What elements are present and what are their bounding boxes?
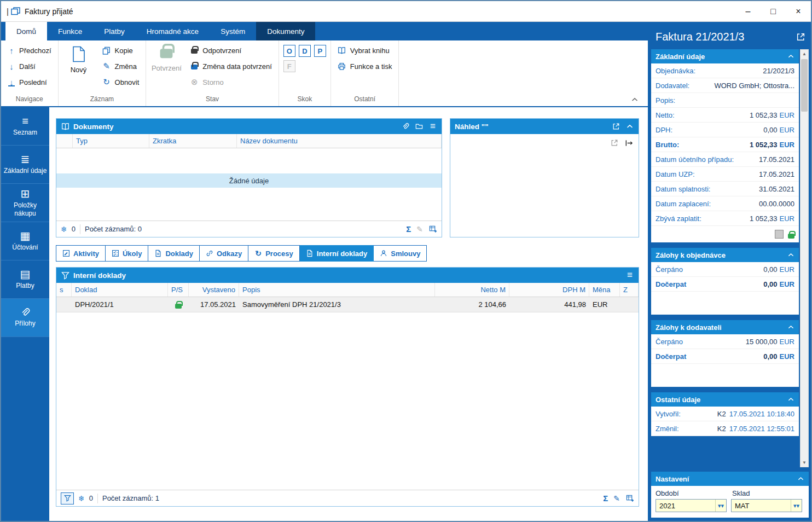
section-other-header[interactable]: Ostatní údaje <box>651 392 799 407</box>
field-datum-uzp[interactable]: Datum UZP: 17.05.2021 <box>651 167 799 182</box>
column-dph[interactable]: DPH M <box>509 283 589 297</box>
last-button[interactable]: ↓ Poslední <box>5 76 54 89</box>
ribbon-tab-funkce[interactable]: Funkce <box>47 22 93 40</box>
maximize-icon[interactable]: □ <box>761 1 786 21</box>
section-advances-order-header[interactable]: Zálohy k objednávce <box>651 248 799 262</box>
sum-icon[interactable]: Σ <box>406 224 411 234</box>
field-zbyva-zaplatit[interactable]: Zbývá zaplatit: 1 052,33EUR <box>651 211 799 226</box>
minimize-icon[interactable]: – <box>735 1 761 21</box>
ribbon-tab-platby[interactable]: Platby <box>93 22 136 40</box>
collapse-icon[interactable] <box>625 122 634 131</box>
close-icon[interactable]: × <box>786 1 811 21</box>
column-typ[interactable]: Typ <box>73 134 149 148</box>
section-basic-header[interactable]: Základní údaje <box>651 49 799 63</box>
edit-icon[interactable]: ✎ <box>613 494 620 503</box>
tab-odkazy[interactable]: Odkazy <box>200 245 248 262</box>
folder-icon[interactable] <box>415 122 424 131</box>
jump-o-button[interactable]: O <box>283 45 295 57</box>
select-book-button[interactable]: Vybrat knihu <box>335 44 395 57</box>
field-cerpano-supplier[interactable]: Čerpáno 15 000,00EUR <box>651 334 799 349</box>
previous-button[interactable]: ↑ Předchozí <box>5 44 54 57</box>
paperclip-icon[interactable] <box>401 122 410 131</box>
menu-icon[interactable]: ≡ <box>428 122 437 131</box>
field-docerpat-order[interactable]: Dočerpat 0,00EUR <box>651 277 799 292</box>
documents-table-body[interactable]: Žádné údaje <box>56 148 442 221</box>
tab-procesy[interactable]: ↻ Procesy <box>248 245 300 262</box>
column-z[interactable]: Z <box>620 283 639 297</box>
field-popis[interactable]: Popis: <box>651 93 799 108</box>
field-datum-ucetniho-pripadu[interactable]: Datum účetního případu: 17.05.2021 <box>651 152 799 167</box>
column-vystaveno[interactable]: Vystaveno <box>189 283 239 297</box>
edit-icon[interactable]: ✎ <box>416 225 423 234</box>
column-popis[interactable]: Popis <box>239 283 435 297</box>
filter-toggle-button[interactable] <box>61 492 74 504</box>
field-datum-splatnosti[interactable]: Datum splatnosti: 31.05.2021 <box>651 182 799 196</box>
column-nazev[interactable]: Název dokumentu <box>237 134 442 148</box>
column-ps[interactable]: P/S <box>168 283 189 297</box>
asterisk-icon[interactable]: ❄ <box>61 225 67 234</box>
table-add-icon[interactable] <box>428 225 437 234</box>
column-s[interactable]: s <box>56 283 72 297</box>
preview-body[interactable] <box>450 134 639 237</box>
refresh-button[interactable]: ↻ Obnovit <box>100 76 142 89</box>
external-link-icon[interactable] <box>612 122 620 131</box>
asterisk-icon[interactable]: ❄ <box>78 494 85 503</box>
sidebar-item-zakladni-udaje[interactable]: ≣ Základní údaje <box>1 146 49 184</box>
external-link-icon[interactable] <box>796 32 805 42</box>
ribbon-collapse-icon[interactable] <box>631 97 638 102</box>
fit-width-icon[interactable] <box>624 138 633 147</box>
jump-p-button[interactable]: P <box>314 45 326 57</box>
new-button[interactable]: Nový <box>63 44 95 94</box>
field-cerpano-order[interactable]: Čerpáno 0,00EUR <box>651 262 799 277</box>
sidebar-item-platby[interactable]: ▤ Platby <box>1 260 49 299</box>
field-docerpat-supplier[interactable]: Dočerpat 0,00EUR <box>651 349 799 364</box>
sidebar-item-seznam[interactable]: ≡ Seznam <box>1 107 49 146</box>
period-select[interactable]: 2021 ▾▾ <box>656 499 727 512</box>
column-netto[interactable]: Netto M <box>435 283 509 297</box>
open-external-icon[interactable] <box>610 138 619 147</box>
column-doklad[interactable]: Doklad <box>72 283 168 297</box>
field-datum-zaplaceni[interactable]: Datum zaplacení: 00.00.0000 <box>651 196 799 211</box>
collapse-icon[interactable] <box>787 251 794 259</box>
collapse-icon[interactable] <box>787 396 794 403</box>
column-icon[interactable] <box>56 134 73 148</box>
ribbon-tab-system[interactable]: Systém <box>210 22 256 40</box>
menu-icon[interactable]: ≡ <box>625 271 634 280</box>
collapse-icon[interactable] <box>787 323 794 331</box>
change-confirm-date-button[interactable]: Změna data potvrzení <box>188 60 274 73</box>
field-zmenil[interactable]: Změnil: K217.05.2021 12:55:01 <box>651 421 799 436</box>
field-objednavka[interactable]: Objednávka: 21/2021/3 <box>651 63 799 78</box>
scroll-up-icon[interactable]: ▲ <box>801 50 808 58</box>
copy-button[interactable]: Kopie <box>100 44 142 57</box>
collapse-icon[interactable] <box>797 475 804 483</box>
ribbon-tab-dokumenty[interactable]: Dokumenty <box>256 22 315 40</box>
tab-interni-doklady[interactable]: Interní doklady <box>300 245 374 262</box>
storno-button[interactable]: ⊗ Storno <box>188 76 274 89</box>
table-add-icon[interactable] <box>625 494 634 503</box>
functions-print-button[interactable]: Funkce a tisk <box>335 60 395 73</box>
section-advances-supplier-header[interactable]: Zálohy k dodavateli <box>651 320 799 334</box>
field-netto[interactable]: Netto: 1 052,33EUR <box>651 108 799 123</box>
jump-f-button[interactable]: F <box>283 60 295 72</box>
collapse-icon[interactable] <box>787 53 794 60</box>
sum-icon[interactable]: Σ <box>603 494 608 503</box>
confirm-button[interactable]: Potvrzení <box>150 44 182 94</box>
section-settings-header[interactable]: Nastavení <box>651 472 809 486</box>
sidebar-item-polozky-nakupu[interactable]: ⊞ Položky nákupu <box>1 184 49 222</box>
tab-doklady[interactable]: Doklady <box>148 245 200 262</box>
ribbon-tab-hromadne-akce[interactable]: Hromadné akce <box>136 22 210 40</box>
jump-d-button[interactable]: D <box>299 45 311 57</box>
field-brutto[interactable]: Brutto: 1 052,33EUR <box>651 137 799 152</box>
scrollbar-thumb[interactable] <box>801 59 808 112</box>
field-dph[interactable]: DPH: 0,00EUR <box>651 123 799 137</box>
ribbon-tab-domu[interactable]: Domů <box>5 22 47 40</box>
table-row[interactable]: DPH/2021/1 17.05.2021 Samovyměření DPH 2… <box>56 297 639 312</box>
column-mena[interactable]: Měna <box>589 283 620 297</box>
tab-aktivity[interactable]: Aktivity <box>56 245 106 262</box>
tab-smlouvy[interactable]: Smlouvy <box>374 245 427 262</box>
warehouse-select[interactable]: MAT ▾▾ <box>731 499 802 512</box>
sidebar-item-prilohy[interactable]: Přílohy <box>1 299 49 337</box>
vertical-scrollbar[interactable]: ▲ ▼ <box>800 49 809 467</box>
tab-ukoly[interactable]: Úkoly <box>106 245 148 262</box>
field-vytvoril[interactable]: Vytvořil: K217.05.2021 10:18:40 <box>651 407 799 421</box>
